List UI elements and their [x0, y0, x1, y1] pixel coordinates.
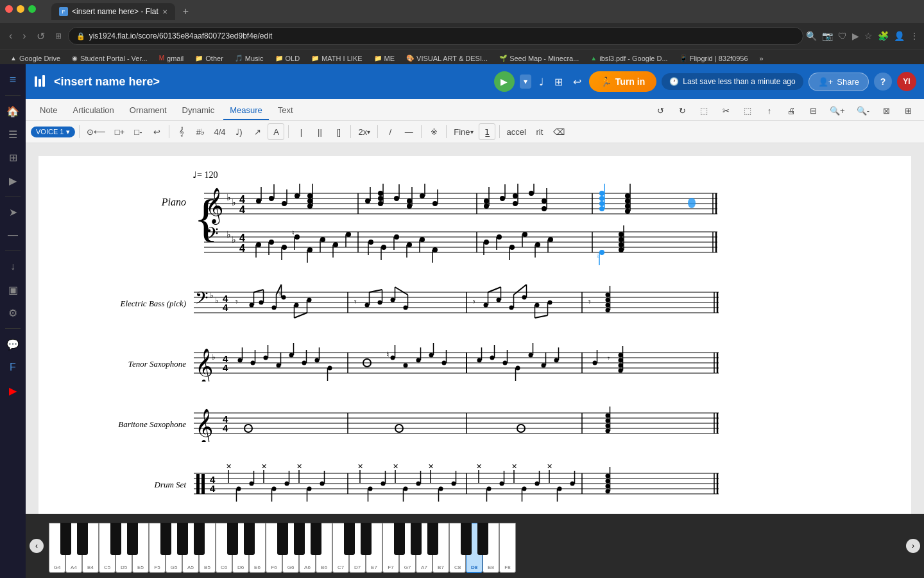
- piano-scroll-left[interactable]: ‹: [30, 539, 44, 553]
- dash-button[interactable]: —: [400, 123, 417, 140]
- black-key-Eb8[interactable]: [477, 523, 488, 555]
- upload-button[interactable]: ↑: [761, 103, 778, 119]
- url-bar[interactable]: 🔒 yis1924.flat.io/score/60135e84aaf80072…: [68, 27, 803, 45]
- tab-text[interactable]: Text: [271, 101, 300, 120]
- paste-button[interactable]: ⬚: [739, 103, 756, 119]
- cut-button[interactable]: ⬚: [696, 103, 712, 119]
- traffic-light-minimize[interactable]: [17, 5, 24, 13]
- tab-close-button[interactable]: ✕: [162, 8, 167, 15]
- sidebar-list-icon[interactable]: ☰: [3, 124, 23, 144]
- extension-icon[interactable]: 🧩: [878, 31, 889, 41]
- black-key-Bb7[interactable]: [427, 523, 438, 555]
- symbol-button[interactable]: ※: [425, 123, 442, 140]
- camera-icon[interactable]: 📷: [822, 31, 833, 41]
- tenor-sax-staff-container[interactable]: 𝄞 ♭ 4 4: [193, 343, 892, 384]
- select-all-button[interactable]: ⊙⟵: [83, 123, 109, 140]
- pickup-button[interactable]: ♩): [230, 123, 247, 140]
- black-key-Bb5[interactable]: [194, 523, 205, 555]
- remove-measure-button[interactable]: □-: [130, 123, 146, 140]
- back-button[interactable]: ‹: [5, 28, 16, 44]
- loop-button[interactable]: ↩: [570, 73, 584, 91]
- bookmark-gmail[interactable]: Mgmail: [154, 53, 189, 64]
- barline-final[interactable]: |]: [330, 123, 346, 140]
- zoom-out-button[interactable]: 🔍-: [853, 103, 873, 119]
- sidebar-chat-icon[interactable]: 💬: [3, 334, 23, 355]
- play-button[interactable]: ▶: [494, 71, 515, 92]
- black-key-Ab7[interactable]: [411, 523, 422, 555]
- barline-double[interactable]: ||: [311, 123, 328, 140]
- reload-button[interactable]: ↺: [33, 28, 49, 45]
- profile-icon[interactable]: 👤: [894, 31, 905, 41]
- score-area[interactable]: ♩= 120 Piano {: [26, 143, 924, 514]
- white-key-F8[interactable]: F8: [499, 523, 516, 573]
- new-tab-button[interactable]: +: [178, 6, 194, 17]
- home-button[interactable]: ⊞: [51, 29, 65, 43]
- tab-measure[interactable]: Measure: [223, 101, 269, 120]
- black-key-Eb7[interactable]: [361, 523, 372, 555]
- bookmark-flipgrid[interactable]: 📱Flipgrid | 832f0956: [674, 53, 753, 64]
- repeat-button[interactable]: ↩: [148, 123, 165, 140]
- sidebar-minus-icon[interactable]: —: [3, 225, 23, 245]
- bookmark-music[interactable]: 🎵Music: [230, 53, 269, 64]
- barline-single[interactable]: |: [293, 123, 309, 140]
- browser-tab-active[interactable]: F <insert name here> - Flat ✕: [51, 3, 175, 20]
- black-key-Eb5[interactable]: [127, 523, 138, 555]
- black-key-Bb4[interactable]: [77, 523, 88, 555]
- turn-in-button[interactable]: 🏃 Turn in: [589, 71, 656, 92]
- sidebar-send-icon[interactable]: ➤: [3, 202, 23, 222]
- sidebar-yt-icon[interactable]: ▶: [3, 380, 23, 401]
- fullscreen-button[interactable]: ⊠: [878, 103, 894, 119]
- tab-dynamic[interactable]: Dynamic: [176, 101, 221, 120]
- bookmark-more[interactable]: »: [755, 53, 769, 64]
- sidebar-video-icon[interactable]: ▶: [3, 170, 23, 191]
- redo-button[interactable]: ↻: [674, 103, 690, 119]
- voice-selector[interactable]: VOICE 1 ▾: [31, 127, 75, 137]
- traffic-light-close[interactable]: [5, 5, 13, 13]
- zoom-in-button[interactable]: 🔍+: [826, 103, 848, 119]
- traffic-light-fullscreen[interactable]: [28, 5, 36, 13]
- key-sig-button[interactable]: #♭: [192, 123, 209, 140]
- black-key-Cs5[interactable]: [110, 523, 121, 555]
- bari-sax-staff-container[interactable]: 𝄞 4 4: [193, 403, 892, 444]
- piano-scroll-right[interactable]: ›: [906, 539, 920, 553]
- bookmark-google-drive[interactable]: ▲Google Drive: [5, 53, 65, 64]
- bookmark-me[interactable]: 📁ME: [369, 53, 400, 64]
- black-key-Ab5[interactable]: [177, 523, 188, 555]
- search-icon[interactable]: 🔍: [806, 31, 817, 41]
- delete-tempo-btn[interactable]: ⌫: [550, 123, 568, 140]
- black-key-Cs8[interactable]: [461, 523, 472, 555]
- help-button[interactable]: ?: [874, 73, 892, 91]
- tab-articulation[interactable]: Articulation: [66, 101, 120, 120]
- play-dropdown[interactable]: ▾: [520, 74, 531, 89]
- sidebar-home-icon[interactable]: 🏠: [3, 101, 23, 121]
- bookmark-seed-map[interactable]: 🌱Seed Map - Minecra...: [494, 53, 584, 64]
- mixer-button[interactable]: ⊞: [552, 73, 565, 91]
- swing-button[interactable]: ↗: [249, 123, 266, 140]
- copy-button[interactable]: ✂: [717, 103, 734, 119]
- sidebar-download-icon[interactable]: ↓: [3, 256, 23, 277]
- sidebar-box-icon[interactable]: ▣: [3, 279, 23, 300]
- add-measure-button[interactable]: □+: [111, 123, 128, 140]
- black-key-Eb6[interactable]: [244, 523, 255, 555]
- drum-set-staff-container[interactable]: 4 4 ✕: [193, 464, 892, 505]
- black-key-Fs6[interactable]: [277, 523, 288, 555]
- black-key-Fs5[interactable]: [160, 523, 171, 555]
- black-key-Ab4[interactable]: [60, 523, 71, 555]
- bookmark-math[interactable]: 📁MATH I LIKE: [306, 53, 367, 64]
- forward-button[interactable]: ›: [19, 28, 30, 44]
- score-title[interactable]: <insert name here>: [54, 75, 489, 89]
- black-key-Cs7[interactable]: [344, 523, 355, 555]
- clef-button[interactable]: 𝄞: [173, 123, 190, 140]
- tab-ornament[interactable]: Ornament: [123, 101, 173, 120]
- sidebar-grid-icon[interactable]: ⊞: [3, 147, 23, 168]
- text-btn[interactable]: A: [268, 123, 284, 140]
- sidebar-flat-icon[interactable]: F: [3, 357, 23, 378]
- bookmark-student-portal[interactable]: ◉Student Portal - Ver...: [67, 53, 153, 64]
- bookmark-visual-art[interactable]: 🎨VISUAL ART & DESI...: [401, 53, 493, 64]
- multiplier-btn[interactable]: 2x ▾: [355, 123, 373, 140]
- print-button[interactable]: 🖨: [783, 103, 800, 119]
- black-key-Fs7[interactable]: [394, 523, 405, 555]
- metronome-button[interactable]: ♩: [536, 73, 547, 91]
- black-key-Ab6[interactable]: [294, 523, 305, 555]
- bookmark-ibsl3[interactable]: ▲ibsl3.pdf - Google D...: [585, 53, 672, 64]
